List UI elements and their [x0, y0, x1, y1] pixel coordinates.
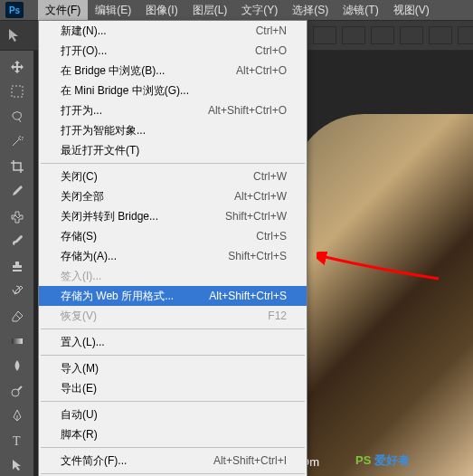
menu-item-label: 签入(I)... — [61, 269, 101, 283]
marquee-tool[interactable] — [6, 81, 28, 103]
menu-item[interactable]: 在 Bridge 中浏览(B)...Alt+Ctrl+O — [39, 61, 307, 81]
type-tool[interactable]: T — [6, 430, 28, 452]
path-select-tool[interactable] — [6, 455, 28, 477]
gradient-tool[interactable] — [6, 330, 28, 352]
menu-item-label: 置入(L)... — [61, 335, 105, 349]
watermark-text: 爱好者 — [371, 453, 410, 467]
svg-rect-0 — [12, 86, 23, 97]
menu-item-label: 存储为 Web 所用格式... — [61, 289, 174, 303]
menu-separator — [41, 473, 305, 474]
menu-item-label: 打开为... — [61, 103, 102, 118]
menu-separator — [41, 355, 305, 356]
eyedropper-tool[interactable] — [6, 181, 28, 203]
heal-tool[interactable] — [6, 205, 28, 227]
menu-item-label: 关闭全部 — [61, 189, 104, 204]
blur-tool[interactable] — [6, 355, 28, 376]
align-top-button[interactable] — [400, 26, 423, 44]
crop-tool[interactable] — [6, 156, 28, 177]
menu-type[interactable]: 文字(Y) — [234, 0, 285, 21]
menu-item-shortcut: Ctrl+N — [256, 24, 287, 38]
menu-item[interactable]: 关闭全部Alt+Ctrl+W — [39, 186, 307, 206]
menu-filter[interactable]: 滤镜(T) — [336, 0, 385, 21]
menu-item[interactable]: 打开(O)...Ctrl+O — [39, 41, 307, 61]
menu-item-shortcut: F12 — [268, 309, 287, 323]
menu-separator — [41, 328, 305, 329]
file-menu-dropdown: 新建(N)...Ctrl+N打开(O)...Ctrl+O在 Bridge 中浏览… — [38, 20, 307, 476]
menu-item[interactable]: 导入(M) — [39, 358, 307, 378]
menu-item[interactable]: 脚本(R) — [39, 424, 307, 444]
menu-select[interactable]: 选择(S) — [285, 0, 336, 21]
menu-item-label: 存储为(A)... — [61, 249, 117, 263]
menu-item-shortcut: Alt+Shift+Ctrl+I — [213, 453, 287, 468]
menu-item-label: 最近打开文件(T) — [61, 143, 139, 157]
menu-separator — [41, 447, 305, 448]
history-brush-tool[interactable] — [6, 281, 28, 302]
menu-item-label: 打开为智能对象... — [61, 123, 146, 138]
menu-item-shortcut: Shift+Ctrl+W — [225, 209, 287, 224]
menu-item[interactable]: 最近打开文件(T) — [39, 140, 307, 160]
dodge-tool[interactable] — [6, 380, 28, 402]
menu-item-shortcut: Alt+Shift+Ctrl+S — [209, 289, 287, 303]
pen-tool[interactable] — [6, 405, 28, 426]
menu-item[interactable]: 存储(S)Ctrl+S — [39, 226, 307, 246]
menu-item-label: 存储(S) — [61, 229, 97, 243]
current-tool-icon — [7, 25, 24, 45]
menu-item-label: 导出(E) — [61, 381, 97, 395]
menu-view[interactable]: 视图(V) — [386, 0, 437, 21]
svg-point-2 — [12, 389, 19, 396]
menu-image[interactable]: 图像(I) — [138, 0, 184, 21]
menu-edit[interactable]: 编辑(E) — [88, 0, 138, 21]
wand-tool[interactable] — [6, 131, 28, 153]
menu-item-shortcut: Alt+Ctrl+O — [236, 63, 287, 78]
align-middle-button[interactable] — [429, 26, 452, 44]
align-right-button[interactable] — [371, 26, 394, 44]
menu-item-label: 自动(U) — [61, 407, 98, 422]
align-left-button[interactable] — [313, 26, 336, 44]
app-logo: Ps — [5, 2, 24, 18]
menu-item-shortcut: Shift+Ctrl+S — [228, 249, 287, 263]
menu-item-label: 在 Mini Bridge 中浏览(G)... — [61, 83, 189, 98]
menu-item[interactable]: 置入(L)... — [39, 332, 307, 352]
menu-separator — [41, 163, 305, 164]
menu-item[interactable]: 在 Mini Bridge 中浏览(G)... — [39, 81, 307, 100]
eraser-tool[interactable] — [6, 305, 28, 327]
document-image — [292, 114, 473, 476]
svg-rect-1 — [12, 338, 23, 344]
menu-item[interactable]: 导出(E) — [39, 378, 307, 398]
menu-item-shortcut: Alt+Shift+Ctrl+O — [208, 103, 287, 118]
menu-item-label: 打开(O)... — [61, 43, 107, 58]
menu-item[interactable]: 关闭(C)Ctrl+W — [39, 167, 307, 186]
menu-item[interactable]: 自动(U) — [39, 405, 307, 424]
menu-item[interactable]: 关闭并转到 Bridge...Shift+Ctrl+W — [39, 206, 307, 226]
menu-item: 恢复(V)F12 — [39, 306, 307, 326]
menu-item[interactable]: 文件简介(F)...Alt+Shift+Ctrl+I — [39, 451, 307, 471]
lasso-tool[interactable] — [6, 106, 28, 128]
menu-item-label: 脚本(R) — [61, 427, 98, 442]
menu-layer[interactable]: 图层(L) — [185, 0, 235, 21]
menu-item-label: 关闭并转到 Bridge... — [61, 209, 158, 224]
menu-item-label: 在 Bridge 中浏览(B)... — [61, 63, 165, 78]
menu-item-label: 文件简介(F)... — [61, 453, 127, 468]
menu-item-shortcut: Alt+Ctrl+W — [234, 189, 287, 204]
watermark-logo: PS 爱好者 — [355, 452, 410, 469]
menu-item[interactable]: 新建(N)...Ctrl+N — [39, 21, 307, 41]
svg-text:T: T — [13, 434, 21, 448]
menu-item-label: 导入(M) — [61, 361, 99, 376]
menu-item[interactable]: 打开为智能对象... — [39, 120, 307, 140]
tool-palette: T — [0, 51, 34, 476]
watermark-ps: PS — [355, 453, 371, 467]
stamp-tool[interactable] — [6, 255, 28, 277]
brush-tool[interactable] — [6, 231, 28, 252]
move-tool[interactable] — [6, 56, 28, 78]
menu-item-shortcut: Ctrl+W — [253, 169, 287, 184]
menu-item-shortcut: Ctrl+O — [255, 43, 287, 58]
align-center-button[interactable] — [342, 26, 365, 44]
menu-item[interactable]: 存储为(A)...Shift+Ctrl+S — [39, 246, 307, 266]
menu-item-label: 关闭(C) — [61, 169, 98, 184]
menu-item[interactable]: 打开为...Alt+Shift+Ctrl+O — [39, 100, 307, 120]
menu-item[interactable]: 存储为 Web 所用格式...Alt+Shift+Ctrl+S — [39, 286, 307, 306]
menu-item-shortcut: Ctrl+S — [256, 229, 287, 243]
menu-item-label: 恢复(V) — [61, 309, 97, 323]
menu-file[interactable]: 文件(F) — [38, 0, 88, 21]
align-bottom-button[interactable] — [458, 26, 473, 44]
